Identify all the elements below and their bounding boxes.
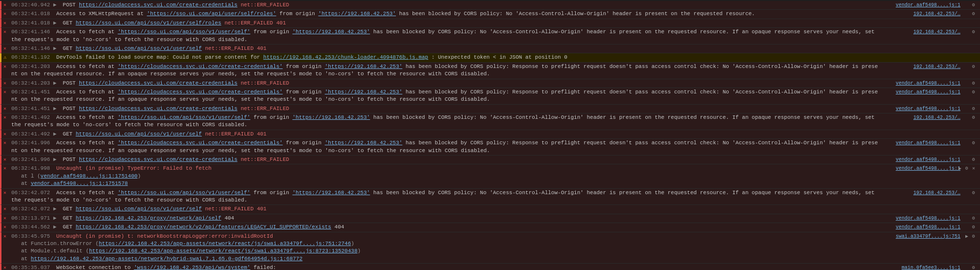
url-link[interactable]: https://192.168.42.253/proxy/network/api… bbox=[75, 215, 221, 221]
action-btn[interactable]: ⚙ bbox=[971, 157, 976, 163]
origin-link[interactable]: 'https://192.168.42.253' bbox=[293, 29, 370, 35]
log-actions: ⚙ bbox=[971, 157, 976, 163]
log-row: ✕ 06:32:41.203 Access to fetch at 'https… bbox=[0, 63, 980, 79]
cors-text: Access to fetch at bbox=[56, 190, 118, 196]
url-link[interactable]: 'https://sso.ui.com/api/sso/v1/user/self… bbox=[118, 29, 250, 35]
close-btn[interactable]: ✕ bbox=[971, 165, 976, 172]
origin-link[interactable]: 'https://192.168.42.253' bbox=[325, 89, 402, 95]
action-btn[interactable]: ⚙ bbox=[971, 29, 976, 36]
log-actions: ⚙ bbox=[971, 11, 976, 18]
expand-btn[interactable]: ▶ bbox=[964, 233, 969, 240]
action-btn[interactable]: ⚙ bbox=[971, 2, 976, 9]
source-link[interactable]: 192.168.42.253/… bbox=[913, 64, 960, 70]
method: GET bbox=[63, 20, 75, 26]
warning-icon: ⚠ bbox=[3, 54, 6, 61]
url-link[interactable]: https://192.168.42.253/proxy/network/v2/… bbox=[75, 224, 331, 230]
url-link[interactable]: https://sso.ui.com/api/sso/v1/user/self bbox=[75, 206, 201, 212]
error-icon: ✕ bbox=[3, 106, 6, 112]
url-link[interactable]: 'https://sso.ui.com/api/sso/v1/user/self… bbox=[118, 190, 250, 196]
url-link[interactable]: https://cloudaccess.svc.ui.com/create-cr… bbox=[79, 157, 237, 162]
log-row: ⚠ 06:32:41.192 DevTools failed to load s… bbox=[0, 53, 980, 62]
action-btn[interactable]: ⚙ bbox=[971, 106, 976, 112]
url-link[interactable]: 'https://cloudaccess.svc.ui.com/create-c… bbox=[118, 64, 283, 69]
timestamp: 06:33:45.975 bbox=[11, 233, 50, 239]
url-link[interactable]: 'https://cloudaccess.svc.ui.com/create-c… bbox=[118, 89, 283, 95]
source-link[interactable]: vendor.aaf5498....js:1 bbox=[896, 157, 960, 163]
source-link[interactable]: 192.168.42.253/… bbox=[913, 11, 960, 18]
log-actions: ▶ ⚙ ✕ bbox=[957, 165, 976, 172]
source-link[interactable]: vendor.aaf5498....js:1 bbox=[896, 165, 960, 172]
action-btn[interactable]: ⚙ bbox=[971, 190, 976, 197]
action-btn[interactable]: ⚙ bbox=[971, 215, 976, 222]
url-link[interactable]: https://cloudaccess.svc.ui.com/create-cr… bbox=[79, 106, 237, 112]
origin-link[interactable]: 'https://192.168.42.253' bbox=[325, 140, 402, 146]
url-link[interactable]: 'https://sso.ui.com/api/user/self/roles' bbox=[147, 11, 276, 17]
action-btn[interactable]: ⚙ bbox=[971, 11, 976, 18]
origin-link[interactable]: 'https://192.168.42.253' bbox=[325, 64, 402, 69]
source-link[interactable]: swai.a33479f....js:751 bbox=[896, 233, 960, 240]
error-suffix: net::ERR_FAILED 401 bbox=[205, 45, 267, 51]
url-link[interactable]: 'wss://192.168.42.253/api/ws/system' bbox=[134, 265, 250, 270]
origin-link[interactable]: 'https://192.168.42.253' bbox=[293, 190, 370, 196]
action-btn[interactable]: ⚙ bbox=[971, 64, 976, 70]
url-link[interactable]: 'https://cloudaccess.svc.ui.com/create-c… bbox=[118, 140, 283, 146]
timestamp: 06:32:41.146 bbox=[11, 29, 50, 35]
method: GET bbox=[63, 45, 75, 51]
subline: at l (vendor.aaf5498....js:1:1751400) bbox=[11, 173, 141, 179]
url-link[interactable]: https://192.168.42.253/chunk-loader.4094… bbox=[263, 54, 428, 60]
log-row: ✕ 06:32:41.018 ▶ GET https://sso.ui.com/… bbox=[0, 19, 980, 28]
action-btn[interactable]: ⚙ bbox=[971, 140, 976, 147]
action-btn[interactable]: ⚙ bbox=[971, 89, 976, 96]
action-btn[interactable]: ⚙ bbox=[971, 80, 976, 87]
action-btn[interactable]: ⚙ bbox=[964, 165, 969, 172]
expand-btn[interactable]: ▶ bbox=[957, 165, 962, 172]
action-btn[interactable]: ⚙ bbox=[971, 224, 976, 231]
log-content: 06:32:42.072 Access to fetch at 'https:/… bbox=[11, 189, 978, 204]
log-content: 06:32:41.451 ▶ POST https://cloudaccess.… bbox=[11, 105, 978, 112]
timestamp: 06:35:35.037 bbox=[11, 265, 50, 270]
action-btn[interactable]: ⚙ bbox=[971, 233, 976, 240]
error-suffix: net::ERR_FAILED 401 bbox=[205, 206, 267, 212]
source-link[interactable]: vendor.aaf5498....js:1 bbox=[896, 106, 960, 112]
action-btn[interactable]: ⚙ bbox=[971, 114, 976, 121]
log-row: ✕ 06:33:44.562 ▶ GET https://192.168.42.… bbox=[0, 223, 980, 232]
log-content: 06:33:44.562 ▶ GET https://192.168.42.25… bbox=[11, 224, 978, 231]
origin-link[interactable]: 'https://192.168.42.253' bbox=[318, 11, 396, 17]
error-icon: ✕ bbox=[3, 89, 6, 96]
source-link[interactable]: 192.168.42.253/… bbox=[913, 114, 960, 121]
source-link[interactable]: 192.168.42.253/… bbox=[913, 190, 960, 197]
origin-link[interactable]: 'https://192.168.42.253' bbox=[293, 114, 370, 120]
method: GET bbox=[63, 131, 75, 137]
source-link[interactable]: vendor.aaf5498....js:1 bbox=[896, 215, 960, 222]
url-link[interactable]: https://cloudaccess.svc.ui.com/create-cr… bbox=[79, 2, 237, 8]
timestamp: 06:32:41.996 bbox=[11, 140, 50, 146]
source-link[interactable]: 192.168.42.253/… bbox=[913, 29, 960, 36]
error-icon: ✕ bbox=[3, 224, 6, 231]
log-actions: ⚙ bbox=[971, 265, 976, 270]
log-content: 06:32:41.996 ▶ POST https://cloudaccess.… bbox=[11, 156, 978, 163]
log-content: 06:32:41.192 DevTools failed to load sou… bbox=[11, 54, 978, 61]
source-link[interactable]: main.0fa5ee3....js:1 bbox=[902, 265, 960, 270]
source-link[interactable]: vendor.aaf5498....js:1 bbox=[896, 2, 960, 9]
method: GET bbox=[63, 206, 75, 212]
url-link[interactable]: 'https://sso.ui.com/api/sso/v1/user/self… bbox=[118, 114, 250, 120]
cors-text: from origin bbox=[254, 114, 293, 120]
log-content: 06:32:41.998 Uncaught (in promise) TypeE… bbox=[11, 165, 978, 187]
source-link[interactable]: vendor.aaf5498....js:1 bbox=[896, 140, 960, 147]
url-link[interactable]: https://sso.ui.com/api/sso/v1/user/self bbox=[75, 45, 201, 51]
method: POST bbox=[63, 80, 79, 86]
log-content: 06:32:41.146 Access to fetch at 'https:/… bbox=[11, 28, 978, 44]
url-link[interactable]: https://sso.ui.com/api/sso/v1/user/self bbox=[75, 131, 201, 137]
error-text: Uncaught (in promise) t: networkBootstra… bbox=[56, 233, 273, 239]
source-link[interactable]: vendor.aaf5498....js:1 bbox=[896, 224, 960, 231]
url-link[interactable]: https://sso.ui.com/api/sso/v1/user/self/… bbox=[75, 20, 221, 26]
log-row: ✕ 06:32:41.451 ▶ POST https://cloudacces… bbox=[0, 105, 980, 113]
action-btn[interactable]: ⚙ bbox=[971, 265, 976, 270]
source-link[interactable]: vendor.aaf5498....js:1 bbox=[896, 89, 960, 96]
error-icon: ✕ bbox=[3, 64, 6, 70]
url-link[interactable]: https://cloudaccess.svc.ui.com/create-cr… bbox=[79, 80, 237, 86]
source-link[interactable]: vendor.aaf5498....js:1 bbox=[896, 80, 960, 87]
log-row: ✕ 06:32:41.996 ▶ POST https://cloudacces… bbox=[0, 156, 980, 164]
error-icon: ✕ bbox=[3, 206, 6, 213]
error-suffix: net::ERR_FAILED bbox=[241, 80, 289, 86]
